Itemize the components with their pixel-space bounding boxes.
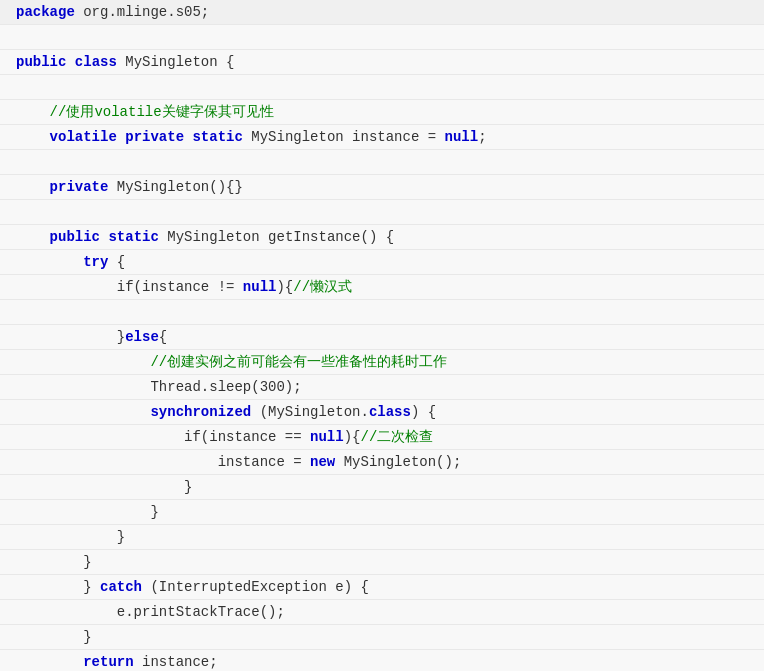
code-line: volatile private static MySingleton inst… xyxy=(0,125,764,149)
code-line xyxy=(0,200,764,224)
code-line: } xyxy=(0,500,764,524)
code-editor: package org.mlinge.s05; public class MyS… xyxy=(0,0,764,671)
code-line: } catch (InterruptedException e) { xyxy=(0,575,764,599)
code-line: package org.mlinge.s05; xyxy=(0,0,764,24)
code-line: } xyxy=(0,625,764,649)
code-line: if(instance != null){//懒汉式 xyxy=(0,275,764,299)
code-line xyxy=(0,25,764,49)
code-line: return instance; xyxy=(0,650,764,671)
code-line: instance = new MySingleton(); xyxy=(0,450,764,474)
code-line: private MySingleton(){} xyxy=(0,175,764,199)
code-line: if(instance == null){//二次检查 xyxy=(0,425,764,449)
code-line xyxy=(0,75,764,99)
code-line: synchronized (MySingleton.class) { xyxy=(0,400,764,424)
code-line: Thread.sleep(300); xyxy=(0,375,764,399)
code-line: public class MySingleton { xyxy=(0,50,764,74)
code-line xyxy=(0,300,764,324)
code-line: public static MySingleton getInstance() … xyxy=(0,225,764,249)
code-line: } xyxy=(0,525,764,549)
code-line: //使用volatile关键字保其可见性 xyxy=(0,100,764,124)
code-line: e.printStackTrace(); xyxy=(0,600,764,624)
code-line: } xyxy=(0,550,764,574)
code-line: try { xyxy=(0,250,764,274)
code-line: } xyxy=(0,475,764,499)
code-line: }else{ xyxy=(0,325,764,349)
code-line xyxy=(0,150,764,174)
code-line: //创建实例之前可能会有一些准备性的耗时工作 xyxy=(0,350,764,374)
